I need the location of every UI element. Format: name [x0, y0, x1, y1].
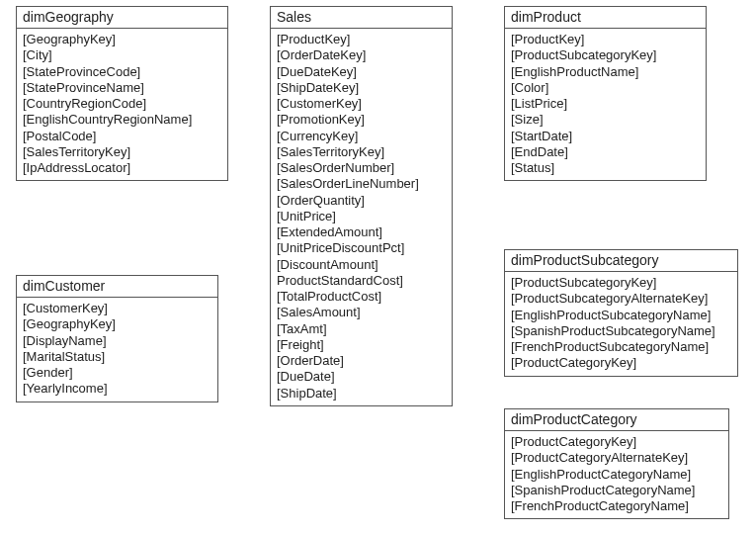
table-fields: [GeographyKey] [City] [StateProvinceCode… — [17, 29, 227, 180]
table-fields: [CustomerKey] [GeographyKey] [DisplayNam… — [17, 298, 217, 401]
table-field: [SalesOrderNumber] — [277, 160, 446, 176]
table-field: [ProductKey] — [277, 32, 446, 47]
table-field: [UnitPriceDiscountPct] — [277, 240, 446, 256]
table-field: [SalesTerritoryKey] — [277, 144, 446, 160]
table-field: [ProductCategoryKey] — [511, 355, 731, 371]
table-field: [MaritalStatus] — [23, 349, 211, 365]
table-field: [OrderDateKey] — [277, 47, 446, 63]
table-field: [IpAddressLocator] — [23, 160, 221, 176]
table-field: [GeographyKey] — [23, 316, 211, 332]
table-field: [FrenchProductSubcategoryName] — [511, 339, 731, 355]
table-field: [DueDateKey] — [277, 64, 446, 80]
table-field: [ListPrice] — [511, 96, 700, 112]
table-field: [Freight] — [277, 337, 446, 353]
table-field: [ShipDateKey] — [277, 80, 446, 96]
table-field: [CustomerKey] — [23, 301, 211, 316]
table-dimcustomer[interactable]: dimCustomer [CustomerKey] [GeographyKey]… — [16, 275, 218, 402]
table-title: dimCustomer — [17, 276, 217, 298]
table-field: [ProductCategoryAlternateKey] — [511, 450, 722, 466]
table-field: [SalesOrderLineNumber] — [277, 176, 446, 192]
table-field: [ProductKey] — [511, 32, 700, 47]
table-field: [TaxAmt] — [277, 321, 446, 337]
table-title: dimProductCategory — [505, 409, 728, 431]
table-field: [StateProvinceCode] — [23, 64, 221, 80]
table-field: [TotalProductCost] — [277, 289, 446, 305]
table-field: [StartDate] — [511, 129, 700, 144]
table-field: [EnglishProductName] — [511, 64, 700, 80]
table-title: dimGeography — [17, 7, 227, 29]
table-field: [PromotionKey] — [277, 112, 446, 128]
table-field: [DisplayName] — [23, 333, 211, 349]
table-title: Sales — [271, 7, 452, 29]
table-field: [SalesTerritoryKey] — [23, 144, 221, 160]
table-field: [EnglishProductCategoryName] — [511, 467, 722, 483]
table-field: [ShipDate] — [277, 386, 446, 401]
table-field: [ExtendedAmount] — [277, 224, 446, 240]
table-field: [EnglishCountryRegionName] — [23, 112, 221, 128]
table-field: [CurrencyKey] — [277, 129, 446, 144]
table-field: [Color] — [511, 80, 700, 96]
table-field: [PostalCode] — [23, 129, 221, 144]
table-field: [SalesAmount] — [277, 305, 446, 320]
table-dimproduct[interactable]: dimProduct [ProductKey] [ProductSubcateg… — [504, 6, 707, 181]
table-dimgeography[interactable]: dimGeography [GeographyKey] [City] [Stat… — [16, 6, 228, 181]
table-dimproductcategory[interactable]: dimProductCategory [ProductCategoryKey] … — [504, 408, 729, 519]
table-title: dimProduct — [505, 7, 706, 29]
table-field: [ProductSubcategoryAlternateKey] — [511, 291, 731, 307]
table-field: [Status] — [511, 160, 700, 176]
table-field: [SpanishProductCategoryName] — [511, 483, 722, 498]
table-field: [EndDate] — [511, 144, 700, 160]
table-field: [ProductCategoryKey] — [511, 434, 722, 450]
table-title: dimProductSubcategory — [505, 250, 737, 272]
table-field: [FrenchProductCategoryName] — [511, 498, 722, 514]
table-field: [Gender] — [23, 365, 211, 381]
table-field: [UnitPrice] — [277, 209, 446, 224]
table-dimproductsubcategory[interactable]: dimProductSubcategory [ProductSubcategor… — [504, 249, 738, 377]
table-field: [GeographyKey] — [23, 32, 221, 47]
table-field: [Size] — [511, 112, 700, 128]
table-sales[interactable]: Sales [ProductKey] [OrderDateKey] [DueDa… — [270, 6, 453, 406]
table-fields: [ProductSubcategoryKey] [ProductSubcateg… — [505, 272, 737, 376]
table-field: [OrderDate] — [277, 353, 446, 369]
table-fields: [ProductKey] [ProductSubcategoryKey] [En… — [505, 29, 706, 180]
table-field: [OrderQuantity] — [277, 193, 446, 209]
table-field: [DiscountAmount] — [277, 257, 446, 273]
table-field: [DueDate] — [277, 369, 446, 385]
table-field: [StateProvinceName] — [23, 80, 221, 96]
table-field: [YearlyIncome] — [23, 381, 211, 397]
table-field: [ProductSubcategoryKey] — [511, 47, 700, 63]
table-field: [CountryRegionCode] — [23, 96, 221, 112]
table-field: ProductStandardCost] — [277, 273, 446, 289]
table-field: [EnglishProductSubcategoryName] — [511, 308, 731, 323]
table-field: [SpanishProductSubcategoryName] — [511, 323, 731, 339]
table-field: [City] — [23, 47, 221, 63]
table-field: [ProductSubcategoryKey] — [511, 275, 731, 291]
table-field: [CustomerKey] — [277, 96, 446, 112]
table-fields: [ProductKey] [OrderDateKey] [DueDateKey]… — [271, 29, 452, 405]
table-fields: [ProductCategoryKey] [ProductCategoryAlt… — [505, 431, 728, 518]
